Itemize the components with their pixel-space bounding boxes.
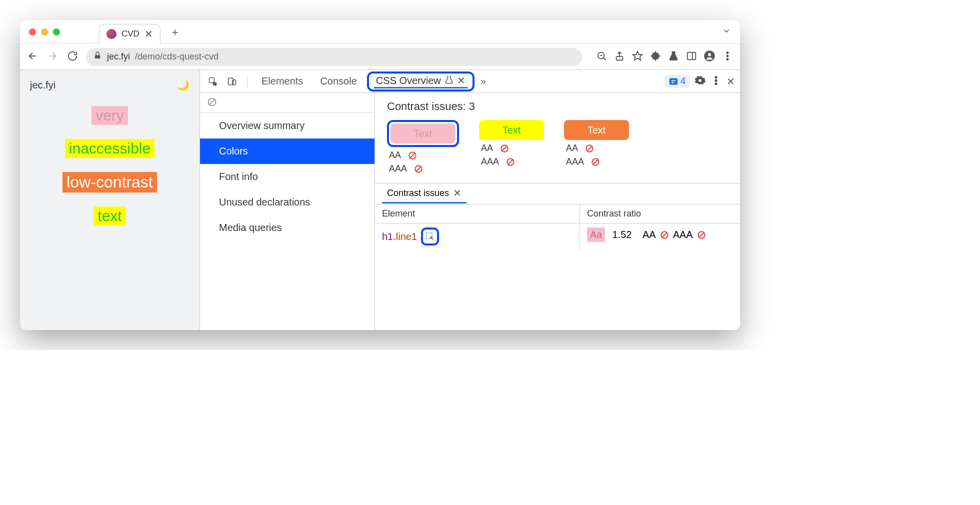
svg-line-33 — [508, 160, 513, 164]
svg-line-5 — [604, 58, 606, 60]
close-panel-button[interactable]: ✕ — [457, 74, 466, 86]
address-bar[interactable]: jec.fyi/demo/cds-quest-cvd — [86, 48, 582, 66]
sidebar-item-unused-declarations[interactable]: Unused declarations — [200, 190, 374, 215]
svg-line-35 — [588, 146, 592, 150]
extensions-icon[interactable] — [650, 50, 661, 64]
demo-line-1: very — [92, 106, 128, 125]
back-button[interactable] — [27, 50, 38, 64]
close-window-button[interactable] — [29, 28, 36, 36]
labs-icon[interactable] — [668, 50, 679, 64]
contrast-swatch-3: Text AA AAA — [564, 120, 629, 174]
devtools-menu-button[interactable] — [710, 75, 722, 88]
sidebar-item-colors[interactable]: Colors — [200, 138, 374, 164]
highlighted-swatch-ring: Text — [387, 120, 459, 147]
issues-col-element: Element h1.line1 — [375, 204, 580, 250]
issues-row-ratio: Aa 1.52 AA AAA — [580, 224, 740, 246]
contrast-issues-panel: Contrast issues ✕ Element h1.line1 — [375, 183, 740, 250]
contrast-swatch-2: Text AA AAA — [479, 120, 544, 174]
zoom-icon[interactable] — [596, 50, 607, 64]
tab-console[interactable]: Console — [313, 70, 364, 93]
highlighted-tab-ring: CSS Overview ✕ — [367, 72, 474, 92]
svg-point-23 — [715, 82, 717, 84]
svg-line-37 — [594, 160, 598, 164]
scroll-into-view-icon[interactable] — [421, 228, 439, 246]
prohibit-icon — [660, 230, 669, 240]
close-issues-tab-button[interactable]: ✕ — [453, 187, 462, 199]
page-header: jec.fyi 🌙 — [30, 79, 190, 91]
theme-toggle-icon[interactable]: 🌙 — [177, 79, 190, 91]
device-toolbar-icon[interactable] — [224, 74, 240, 88]
svg-rect-2 — [95, 55, 100, 58]
svg-rect-8 — [688, 52, 696, 60]
svg-line-40 — [662, 232, 666, 237]
contrast-swatch-1: Text AA AAA — [387, 120, 459, 174]
clear-icon[interactable] — [207, 97, 217, 109]
issues-col-ratio: Contrast ratio Aa 1.52 AA AAA — [580, 204, 740, 250]
devtools-tab-bar: Elements Console CSS Overview ✕ » 4 — [200, 70, 740, 93]
devtools-panel: Elements Console CSS Overview ✕ » 4 — [200, 70, 740, 330]
issues-panel-tabs: Contrast issues ✕ — [375, 184, 740, 204]
browser-window: CVD ✕ ＋ jec.fyi/demo/cds-quest-cvd — [20, 20, 740, 330]
contrast-swatches: Text AA AAA Text AA AAA Text AA — [375, 120, 740, 183]
site-name: jec.fyi — [30, 80, 56, 91]
svg-point-14 — [726, 58, 728, 60]
url-host: jec.fyi — [107, 52, 130, 62]
browser-menu-button[interactable] — [722, 50, 733, 64]
svg-point-11 — [708, 52, 711, 56]
settings-gear-icon[interactable] — [694, 75, 706, 88]
issues-table: Element h1.line1 — [375, 204, 740, 250]
color-sample-chip: Aa — [587, 228, 605, 242]
more-tabs-button[interactable]: » — [478, 70, 489, 93]
profile-icon[interactable] — [704, 50, 715, 64]
svg-point-13 — [726, 55, 728, 57]
content-area: jec.fyi 🌙 very inaccessible low-contrast… — [20, 70, 740, 330]
minimize-window-button[interactable] — [41, 28, 48, 36]
traffic-lights — [20, 28, 69, 36]
devtools-body: Overview summary Colors Font info Unused… — [200, 93, 740, 330]
col-header-element: Element — [375, 204, 580, 224]
svg-line-25 — [210, 100, 214, 104]
browser-tab[interactable]: CVD ✕ — [99, 24, 160, 44]
sidebar-item-media-queries[interactable]: Media queries — [200, 215, 374, 240]
css-overview-main: Contrast issues: 3 Text AA AAA Text — [375, 93, 740, 330]
issues-count: 4 — [680, 76, 686, 86]
swatch2-aa: AA — [479, 143, 544, 154]
tabs-dropdown-button[interactable] — [722, 26, 731, 38]
demo-line-4: text — [94, 206, 126, 226]
lock-icon — [93, 51, 102, 62]
issues-panel-tab[interactable]: Contrast issues ✕ — [382, 184, 466, 204]
demo-line-2: inaccessible — [65, 139, 154, 158]
url-bar: jec.fyi/demo/cds-quest-cvd — [20, 44, 740, 70]
sidepanel-icon[interactable] — [686, 50, 697, 64]
share-icon[interactable] — [614, 50, 625, 64]
window-titlebar: CVD ✕ ＋ — [20, 20, 740, 44]
svg-point-12 — [726, 52, 728, 54]
inspect-element-icon[interactable] — [205, 74, 221, 88]
new-tab-button[interactable]: ＋ — [170, 24, 180, 40]
demo-line-3: low-contrast — [62, 172, 157, 192]
reload-button[interactable] — [67, 50, 78, 64]
ratio-value: 1.52 — [612, 229, 632, 240]
swatch1-aaa: AAA — [387, 164, 459, 174]
tab-elements[interactable]: Elements — [254, 70, 310, 93]
issues-row-element[interactable]: h1.line1 — [375, 224, 580, 250]
contrast-issues-heading: Contrast issues: 3 — [375, 93, 740, 120]
bookmark-star-icon[interactable] — [632, 50, 643, 64]
close-tab-button[interactable]: ✕ — [144, 28, 153, 40]
swatch-orange[interactable]: Text — [564, 120, 629, 140]
swatch3-aa: AA — [564, 143, 629, 154]
swatch-yellow[interactable]: Text — [479, 120, 544, 140]
forward-button[interactable] — [47, 50, 58, 64]
swatch-pink[interactable]: Text — [390, 124, 456, 144]
close-devtools-button[interactable]: ✕ — [726, 76, 735, 88]
tab-css-overview[interactable]: CSS Overview ✕ — [374, 74, 468, 88]
nav-icons — [27, 50, 78, 64]
maximize-window-button[interactable] — [53, 28, 60, 36]
swatch2-aaa: AAA — [479, 156, 544, 167]
issues-badge[interactable]: 4 — [664, 75, 690, 88]
sidebar-item-overview-summary[interactable]: Overview summary — [200, 113, 374, 138]
svg-point-21 — [715, 76, 717, 78]
flask-icon — [444, 74, 454, 87]
sidebar-item-font-info[interactable]: Font info — [200, 164, 374, 190]
svg-line-27 — [410, 153, 415, 158]
